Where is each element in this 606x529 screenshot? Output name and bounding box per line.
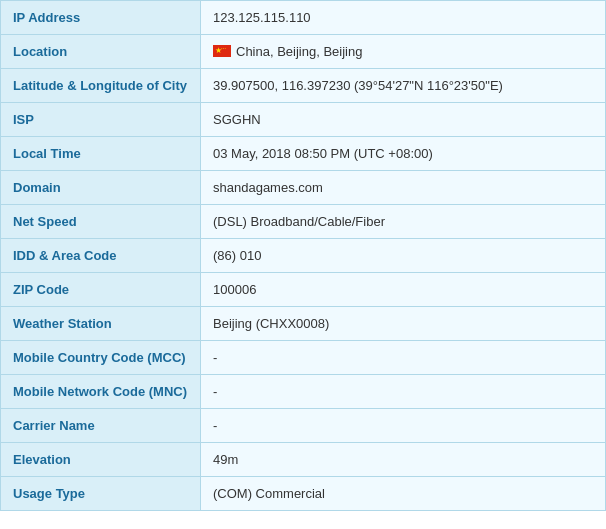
label-local-time: Local Time [1,137,201,171]
table-row-carrier-name: Carrier Name- [1,409,606,443]
table-row-isp: ISPSGGHN [1,103,606,137]
value-isp: SGGHN [201,103,606,137]
table-row-ip-address: IP Address123.125.115.110 [1,1,606,35]
table-row-usage-type: Usage Type(COM) Commercial [1,477,606,511]
china-flag-icon [213,45,231,57]
value-ip-address: 123.125.115.110 [201,1,606,35]
value-net-speed: (DSL) Broadband/Cable/Fiber [201,205,606,239]
table-row-net-speed: Net Speed(DSL) Broadband/Cable/Fiber [1,205,606,239]
table-row-weather-station: Weather StationBeijing (CHXX0008) [1,307,606,341]
value-idd-area-code: (86) 010 [201,239,606,273]
table-row-zip-code: ZIP Code100006 [1,273,606,307]
ip-info-table: IP Address123.125.115.110LocationChina, … [0,0,606,511]
value-lat-long: 39.907500, 116.397230 (39°54'27"N 116°23… [201,69,606,103]
label-net-speed: Net Speed [1,205,201,239]
label-domain: Domain [1,171,201,205]
label-isp: ISP [1,103,201,137]
label-zip-code: ZIP Code [1,273,201,307]
table-row-domain: Domainshandagames.com [1,171,606,205]
location-with-flag: China, Beijing, Beijing [213,44,593,59]
table-row-mnc: Mobile Network Code (MNC)- [1,375,606,409]
label-weather-station: Weather Station [1,307,201,341]
table-row-lat-long: Latitude & Longitude of City39.907500, 1… [1,69,606,103]
table-row-idd-area-code: IDD & Area Code(86) 010 [1,239,606,273]
location-text: China, Beijing, Beijing [236,44,362,59]
value-carrier-name: - [201,409,606,443]
table-row-location: LocationChina, Beijing, Beijing [1,35,606,69]
value-local-time: 03 May, 2018 08:50 PM (UTC +08:00) [201,137,606,171]
label-idd-area-code: IDD & Area Code [1,239,201,273]
table-row-mcc: Mobile Country Code (MCC)- [1,341,606,375]
label-location: Location [1,35,201,69]
table-row-elevation: Elevation49m [1,443,606,477]
value-mnc: - [201,375,606,409]
label-carrier-name: Carrier Name [1,409,201,443]
value-domain: shandagames.com [201,171,606,205]
value-weather-station: Beijing (CHXX0008) [201,307,606,341]
label-ip-address: IP Address [1,1,201,35]
value-zip-code: 100006 [201,273,606,307]
table-row-local-time: Local Time03 May, 2018 08:50 PM (UTC +08… [1,137,606,171]
value-location: China, Beijing, Beijing [201,35,606,69]
label-mcc: Mobile Country Code (MCC) [1,341,201,375]
value-elevation: 49m [201,443,606,477]
label-lat-long: Latitude & Longitude of City [1,69,201,103]
label-usage-type: Usage Type [1,477,201,511]
value-usage-type: (COM) Commercial [201,477,606,511]
value-mcc: - [201,341,606,375]
label-mnc: Mobile Network Code (MNC) [1,375,201,409]
label-elevation: Elevation [1,443,201,477]
